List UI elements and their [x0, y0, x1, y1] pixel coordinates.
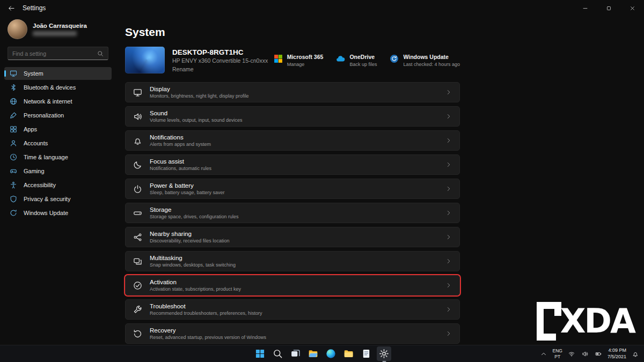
document-app-button[interactable]: [359, 346, 374, 361]
settings-row-power-battery[interactable]: Power & battery Sleep, battery usage, ba…: [125, 179, 460, 199]
person-icon: [10, 139, 17, 147]
chevron-right-icon: [445, 306, 452, 313]
clock[interactable]: 4:09 PM 7/5/2021: [608, 348, 626, 360]
quick-action-subtitle: Back up files: [349, 62, 377, 67]
maximize-button[interactable]: [597, 0, 620, 16]
back-button[interactable]: [0, 0, 23, 16]
notification-center-button[interactable]: [631, 348, 640, 360]
edge-button[interactable]: [324, 346, 338, 361]
settings-row-display[interactable]: Display Monitors, brightness, night ligh…: [125, 82, 460, 102]
game-controller-icon: [10, 167, 17, 175]
settings-row-sound[interactable]: Sound Volume levels, output, input, soun…: [125, 106, 460, 127]
maximize-icon: [606, 5, 612, 11]
folder-icon: [343, 349, 354, 359]
settings-row-troubleshoot[interactable]: Troubleshoot Recommended troubleshooters…: [125, 299, 460, 320]
user-name: João Carrasqueira: [33, 23, 87, 29]
language-switcher[interactable]: ENG PT: [553, 348, 562, 359]
minimize-button[interactable]: [573, 0, 597, 16]
sidebar-item-bluetooth-devices[interactable]: Bluetooth & devices: [4, 81, 112, 94]
display-icon: [133, 88, 142, 97]
row-subtitle: Reset, advanced startup, previous versio…: [150, 335, 266, 340]
settings-row-storage[interactable]: Storage Storage space, drives, configura…: [125, 203, 460, 223]
shield-icon: [10, 195, 17, 203]
quick-action-onedrive[interactable]: OneDrive Back up files: [336, 54, 377, 67]
search-input[interactable]: [12, 50, 97, 57]
wrench-icon: [133, 305, 142, 314]
row-subtitle: Sleep, battery usage, battery saver: [150, 190, 225, 195]
row-title: Notifications: [150, 134, 211, 141]
sidebar-item-windows-update[interactable]: Windows Update: [4, 206, 112, 219]
sidebar-item-network-internet[interactable]: Network & internet: [4, 95, 112, 108]
close-button[interactable]: [620, 0, 644, 16]
brush-icon: [10, 112, 17, 119]
tray-overflow-button[interactable]: [539, 348, 548, 360]
chevron-right-icon: [445, 89, 452, 95]
sidebar-item-personalization[interactable]: Personalization: [4, 109, 112, 122]
file-explorer-icon: [308, 349, 318, 359]
taskbar-search-button[interactable]: [270, 346, 285, 361]
sidebar-item-privacy-security[interactable]: Privacy & security: [4, 193, 112, 205]
battery-button[interactable]: [594, 348, 603, 360]
close-icon: [630, 5, 635, 11]
settings-row-notifications[interactable]: Notifications Alerts from apps and syste…: [125, 130, 460, 151]
sidebar-item-label: Accounts: [24, 140, 48, 146]
main-content: System DESKTOP-8RGT1HC HP ENVY x360 Conv…: [116, 16, 481, 362]
device-header: DESKTOP-8RGT1HC HP ENVY x360 Convertible…: [125, 47, 460, 73]
edge-browser-icon: [326, 349, 336, 359]
chevron-right-icon: [445, 234, 452, 240]
row-title: Multitasking: [150, 255, 236, 261]
user-profile[interactable]: João Carrasqueira: [0, 16, 116, 45]
xda-watermark-text: XDA: [560, 305, 634, 338]
rename-link[interactable]: Rename: [172, 66, 268, 72]
onedrive-cloud-icon: [336, 54, 345, 63]
sidebar-item-time-language[interactable]: Time & language: [4, 151, 112, 164]
system-tray: ENG PT 4:09 PM 7/5/2021: [539, 345, 640, 362]
settings-list: Display Monitors, brightness, night ligh…: [125, 82, 460, 344]
settings-row-nearby-sharing[interactable]: Nearby sharing Discoverability, received…: [125, 227, 460, 247]
sidebar-nav: System Bluetooth & devices Network & int…: [0, 67, 116, 220]
multitask-windows-icon: [133, 257, 142, 266]
sidebar-item-system[interactable]: System: [4, 67, 112, 80]
row-title: Troubleshoot: [150, 303, 262, 309]
settings-row-activation[interactable]: Activation Activation state, subscriptio…: [125, 275, 460, 295]
volume-button[interactable]: [581, 348, 589, 360]
sidebar-item-label: Time & language: [24, 154, 68, 160]
page-title: System: [125, 26, 481, 39]
windows-start-icon: [255, 349, 265, 359]
quick-action-title: Windows Update: [403, 54, 460, 60]
sidebar-item-label: Accessibility: [24, 182, 56, 188]
quick-action-title: Microsoft 365: [287, 54, 324, 60]
settings-row-recovery[interactable]: Recovery Reset, advanced startup, previo…: [125, 323, 460, 344]
network-button[interactable]: [567, 348, 576, 360]
sidebar-item-accessibility[interactable]: Accessibility: [4, 179, 112, 191]
settings-row-multitasking[interactable]: Multitasking Snap windows, desktops, tas…: [125, 251, 460, 271]
search-icon: [97, 50, 104, 57]
folder-app-button[interactable]: [341, 346, 356, 361]
chevron-right-icon: [445, 137, 452, 144]
search-icon: [273, 349, 283, 359]
sidebar-item-label: Gaming: [24, 168, 45, 174]
chevron-right-icon: [445, 210, 452, 216]
row-title: Activation: [150, 279, 241, 285]
sidebar: João Carrasqueira System Bluetooth & dev…: [0, 16, 116, 345]
sidebar-item-apps[interactable]: Apps: [4, 123, 112, 136]
language-code: ENG: [553, 348, 562, 353]
microsoft-365-icon: [274, 54, 283, 63]
file-explorer-button[interactable]: [306, 346, 320, 361]
notification-bell-icon: [632, 351, 639, 357]
row-subtitle: Snap windows, desktops, task switching: [150, 262, 236, 268]
accessibility-person-icon: [10, 181, 17, 189]
task-view-button[interactable]: [288, 346, 303, 361]
row-title: Recovery: [150, 327, 266, 334]
start-button[interactable]: [253, 346, 267, 361]
row-subtitle: Discoverability, received files location: [150, 238, 229, 243]
windows-update-icon: [390, 54, 399, 63]
sidebar-item-label: Network & internet: [24, 98, 72, 105]
settings-row-focus-assist[interactable]: Focus assist Notifications, automatic ru…: [125, 154, 460, 175]
sidebar-item-accounts[interactable]: Accounts: [4, 137, 112, 150]
titlebar: Settings: [0, 0, 644, 16]
settings-app-button[interactable]: [377, 346, 391, 361]
quick-action-windows-update[interactable]: Windows Update Last checked: 4 hours ago: [390, 54, 460, 67]
sidebar-item-gaming[interactable]: Gaming: [4, 165, 112, 178]
quick-action-microsoft-365[interactable]: Microsoft 365 Manage: [274, 54, 324, 67]
